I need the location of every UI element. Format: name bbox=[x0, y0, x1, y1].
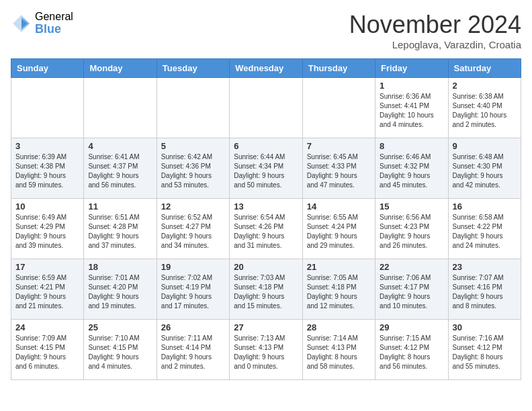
day-number: 18 bbox=[88, 262, 152, 272]
day-number: 27 bbox=[234, 322, 298, 332]
calendar-cell: 15Sunrise: 6:56 AM Sunset: 4:23 PM Dayli… bbox=[375, 199, 448, 259]
day-number: 9 bbox=[453, 141, 517, 151]
day-info: Sunrise: 6:48 AM Sunset: 4:30 PM Dayligh… bbox=[453, 152, 517, 190]
day-number: 20 bbox=[234, 262, 298, 272]
calendar-cell: 5Sunrise: 6:42 AM Sunset: 4:36 PM Daylig… bbox=[157, 138, 229, 199]
day-info: Sunrise: 7:06 AM Sunset: 4:17 PM Dayligh… bbox=[380, 273, 443, 311]
day-info: Sunrise: 6:45 AM Sunset: 4:33 PM Dayligh… bbox=[307, 152, 371, 190]
calendar-cell: 17Sunrise: 6:59 AM Sunset: 4:21 PM Dayli… bbox=[11, 259, 84, 320]
calendar-cell: 10Sunrise: 6:49 AM Sunset: 4:29 PM Dayli… bbox=[11, 199, 84, 259]
week-row-5: 24Sunrise: 7:09 AM Sunset: 4:15 PM Dayli… bbox=[11, 320, 521, 380]
day-number: 8 bbox=[380, 141, 443, 151]
day-number: 17 bbox=[15, 262, 79, 272]
col-header-thursday: Thursday bbox=[302, 59, 375, 78]
day-info: Sunrise: 7:07 AM Sunset: 4:16 PM Dayligh… bbox=[453, 273, 517, 311]
day-number: 16 bbox=[453, 201, 517, 212]
calendar-cell: 18Sunrise: 7:01 AM Sunset: 4:20 PM Dayli… bbox=[84, 259, 157, 320]
day-info: Sunrise: 6:44 AM Sunset: 4:34 PM Dayligh… bbox=[234, 152, 298, 190]
day-number: 11 bbox=[88, 201, 152, 212]
day-number: 25 bbox=[88, 322, 152, 332]
day-number: 29 bbox=[380, 322, 443, 332]
logo-blue: Blue bbox=[35, 23, 73, 36]
col-header-saturday: Saturday bbox=[448, 59, 521, 78]
calendar-cell: 22Sunrise: 7:06 AM Sunset: 4:17 PM Dayli… bbox=[375, 259, 448, 320]
calendar-cell: 9Sunrise: 6:48 AM Sunset: 4:30 PM Daylig… bbox=[448, 138, 521, 199]
calendar-cell: 27Sunrise: 7:13 AM Sunset: 4:13 PM Dayli… bbox=[230, 320, 302, 380]
col-header-sunday: Sunday bbox=[11, 59, 84, 78]
day-number: 14 bbox=[307, 201, 371, 212]
week-row-1: 1Sunrise: 6:36 AM Sunset: 4:41 PM Daylig… bbox=[11, 78, 521, 138]
calendar-cell: 4Sunrise: 6:41 AM Sunset: 4:37 PM Daylig… bbox=[84, 138, 157, 199]
day-number: 15 bbox=[380, 201, 443, 212]
day-number: 7 bbox=[307, 141, 371, 151]
calendar-cell bbox=[157, 78, 229, 138]
day-number: 12 bbox=[161, 201, 225, 212]
page-header: General Blue November 2024 Lepoglava, Va… bbox=[11, 11, 521, 50]
day-info: Sunrise: 7:02 AM Sunset: 4:19 PM Dayligh… bbox=[161, 273, 225, 311]
calendar-cell: 2Sunrise: 6:38 AM Sunset: 4:40 PM Daylig… bbox=[448, 78, 521, 138]
calendar-cell: 23Sunrise: 7:07 AM Sunset: 4:16 PM Dayli… bbox=[448, 259, 521, 320]
calendar-cell: 20Sunrise: 7:03 AM Sunset: 4:18 PM Dayli… bbox=[230, 259, 302, 320]
day-info: Sunrise: 7:10 AM Sunset: 4:15 PM Dayligh… bbox=[88, 334, 152, 371]
day-info: Sunrise: 7:15 AM Sunset: 4:12 PM Dayligh… bbox=[380, 334, 443, 371]
day-info: Sunrise: 6:52 AM Sunset: 4:27 PM Dayligh… bbox=[161, 213, 225, 250]
day-info: Sunrise: 6:41 AM Sunset: 4:37 PM Dayligh… bbox=[88, 152, 152, 190]
week-row-2: 3Sunrise: 6:39 AM Sunset: 4:38 PM Daylig… bbox=[11, 138, 521, 199]
calendar-cell: 19Sunrise: 7:02 AM Sunset: 4:19 PM Dayli… bbox=[157, 259, 229, 320]
day-number: 30 bbox=[453, 322, 517, 332]
day-info: Sunrise: 6:55 AM Sunset: 4:24 PM Dayligh… bbox=[307, 213, 371, 250]
col-header-friday: Friday bbox=[375, 59, 448, 78]
day-info: Sunrise: 6:54 AM Sunset: 4:26 PM Dayligh… bbox=[234, 213, 298, 250]
calendar-cell: 30Sunrise: 7:16 AM Sunset: 4:12 PM Dayli… bbox=[448, 320, 521, 380]
day-number: 28 bbox=[307, 322, 371, 332]
calendar-cell: 11Sunrise: 6:51 AM Sunset: 4:28 PM Dayli… bbox=[84, 199, 157, 259]
day-number: 3 bbox=[15, 141, 79, 151]
day-number: 4 bbox=[88, 141, 152, 151]
calendar-cell: 1Sunrise: 6:36 AM Sunset: 4:41 PM Daylig… bbox=[375, 78, 448, 138]
day-number: 21 bbox=[307, 262, 371, 272]
day-info: Sunrise: 6:59 AM Sunset: 4:21 PM Dayligh… bbox=[15, 273, 79, 311]
calendar-cell: 26Sunrise: 7:11 AM Sunset: 4:14 PM Dayli… bbox=[157, 320, 229, 380]
day-number: 2 bbox=[453, 81, 517, 91]
calendar-cell: 12Sunrise: 6:52 AM Sunset: 4:27 PM Dayli… bbox=[157, 199, 229, 259]
day-number: 1 bbox=[380, 81, 443, 91]
calendar-cell: 7Sunrise: 6:45 AM Sunset: 4:33 PM Daylig… bbox=[302, 138, 375, 199]
calendar-cell bbox=[84, 78, 157, 138]
calendar-table: SundayMondayTuesdayWednesdayThursdayFrid… bbox=[11, 58, 521, 380]
day-number: 13 bbox=[234, 201, 298, 212]
day-info: Sunrise: 6:56 AM Sunset: 4:23 PM Dayligh… bbox=[380, 213, 443, 250]
calendar-cell: 14Sunrise: 6:55 AM Sunset: 4:24 PM Dayli… bbox=[302, 199, 375, 259]
day-info: Sunrise: 6:49 AM Sunset: 4:29 PM Dayligh… bbox=[15, 213, 79, 250]
day-info: Sunrise: 7:05 AM Sunset: 4:18 PM Dayligh… bbox=[307, 273, 371, 311]
day-number: 22 bbox=[380, 262, 443, 272]
calendar-cell bbox=[230, 78, 302, 138]
day-number: 10 bbox=[15, 201, 79, 212]
month-title: November 2024 bbox=[349, 11, 521, 39]
calendar-cell: 24Sunrise: 7:09 AM Sunset: 4:15 PM Dayli… bbox=[11, 320, 84, 380]
day-number: 23 bbox=[453, 262, 517, 272]
day-number: 24 bbox=[15, 322, 79, 332]
logo-icon bbox=[11, 13, 32, 34]
col-header-tuesday: Tuesday bbox=[157, 59, 229, 78]
day-info: Sunrise: 7:11 AM Sunset: 4:14 PM Dayligh… bbox=[161, 334, 225, 371]
location: Lepoglava, Varazdin, Croatia bbox=[349, 39, 521, 50]
calendar-cell: 8Sunrise: 6:46 AM Sunset: 4:32 PM Daylig… bbox=[375, 138, 448, 199]
week-row-4: 17Sunrise: 6:59 AM Sunset: 4:21 PM Dayli… bbox=[11, 259, 521, 320]
calendar-cell: 25Sunrise: 7:10 AM Sunset: 4:15 PM Dayli… bbox=[84, 320, 157, 380]
day-number: 6 bbox=[234, 141, 298, 151]
calendar-cell bbox=[11, 78, 84, 138]
logo: General Blue bbox=[11, 11, 73, 36]
day-info: Sunrise: 6:58 AM Sunset: 4:22 PM Dayligh… bbox=[453, 213, 517, 250]
calendar-cell: 3Sunrise: 6:39 AM Sunset: 4:38 PM Daylig… bbox=[11, 138, 84, 199]
day-info: Sunrise: 7:09 AM Sunset: 4:15 PM Dayligh… bbox=[15, 334, 79, 371]
calendar-cell: 29Sunrise: 7:15 AM Sunset: 4:12 PM Dayli… bbox=[375, 320, 448, 380]
calendar-cell: 21Sunrise: 7:05 AM Sunset: 4:18 PM Dayli… bbox=[302, 259, 375, 320]
day-info: Sunrise: 7:14 AM Sunset: 4:13 PM Dayligh… bbox=[307, 334, 371, 371]
day-number: 19 bbox=[161, 262, 225, 272]
calendar-cell: 28Sunrise: 7:14 AM Sunset: 4:13 PM Dayli… bbox=[302, 320, 375, 380]
day-info: Sunrise: 7:01 AM Sunset: 4:20 PM Dayligh… bbox=[88, 273, 152, 311]
title-area: November 2024 Lepoglava, Varazdin, Croat… bbox=[349, 11, 521, 50]
header-row: SundayMondayTuesdayWednesdayThursdayFrid… bbox=[11, 59, 521, 78]
logo-general: General bbox=[35, 11, 73, 23]
calendar-cell bbox=[302, 78, 375, 138]
